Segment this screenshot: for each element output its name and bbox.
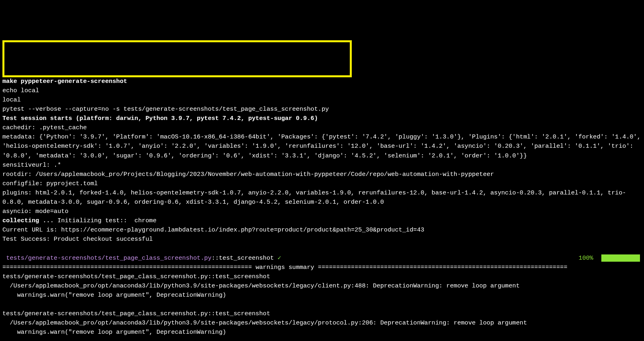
test-success-line: Test Success: Product checkout successfu…: [2, 235, 642, 244]
test-result-line: tests/generate-screenshots/test_page_cla…: [2, 254, 642, 263]
command-highlight-box: [2, 40, 352, 77]
test-name: test_screenshot: [219, 254, 274, 262]
initializing-text: Initializing test:: chrome: [58, 217, 157, 224]
metadata-line: metadata: {'Python': '3.9.7', 'Platform'…: [2, 132, 642, 160]
sensitiveurl-line: sensitiveurl: .*: [2, 161, 642, 170]
asyncio-line: asyncio: mode=auto: [2, 207, 642, 216]
warning-2-location: /Users/applemacbook_pro/opt/anaconda3/li…: [2, 318, 642, 328]
warning-2-header: tests/generate-screenshots/test_page_cla…: [2, 309, 642, 318]
blank-line: [2, 244, 642, 253]
blank-line-3: [2, 337, 642, 341]
warning-2-code: warnings.warn("remove loop argument", De…: [2, 328, 642, 337]
echo-command: echo local: [2, 86, 642, 95]
echo-output: local: [2, 95, 642, 105]
collecting-line: collecting ... Initializing test:: chrom…: [2, 216, 642, 225]
warning-1-location: /Users/applemacbook_pro/opt/anaconda3/li…: [2, 281, 642, 291]
plugins-line: plugins: html-2.0.1, forked-1.4.0, helio…: [2, 188, 642, 207]
warning-1-header: tests/generate-screenshots/test_page_cla…: [2, 272, 642, 281]
checkmark-icon: ✓: [278, 254, 281, 262]
rootdir-line: rootdir: /Users/applemacbook_pro/Project…: [2, 170, 642, 179]
blank-line-2: [2, 300, 642, 309]
collecting-label: collecting ...: [2, 217, 58, 224]
warning-1-code: warnings.warn("remove loop argument", De…: [2, 291, 642, 300]
make-command: make pyppeteer-generate-screenshot: [2, 77, 642, 86]
warnings-title: warnings summary: [256, 264, 314, 271]
test-path: tests/generate-screenshots/test_page_cla…: [2, 254, 212, 262]
progress-bar: [601, 254, 640, 262]
configfile-line: configfile: pyproject.toml: [2, 179, 642, 188]
pytest-command: pytest --verbose --capture=no -s tests/g…: [2, 105, 642, 114]
current-url-line: Current URL is: https://ecommerce-playgr…: [2, 225, 642, 235]
cachedir-line: cachedir: .pytest_cache: [2, 123, 642, 132]
divider-left: ========================================…: [2, 264, 256, 271]
terminal-output[interactable]: make pyppeteer-generate-screenshotecho l…: [2, 39, 642, 341]
progress-percent: 100%: [579, 254, 593, 263]
session-header: Test session starts (platform: darwin, P…: [2, 114, 642, 123]
test-separator: ::: [212, 254, 219, 262]
divider-right: ========================================…: [314, 264, 568, 271]
warnings-divider: ========================================…: [2, 263, 642, 272]
